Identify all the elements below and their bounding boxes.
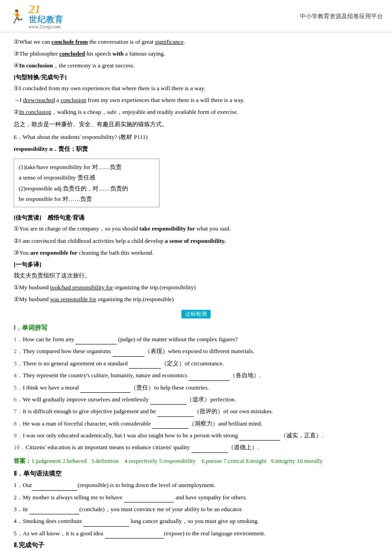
list-item: 1． How can he form any (judge) of the ma… <box>14 334 378 344</box>
gblank-3 <box>29 508 79 514</box>
word-with: with <box>113 50 124 57</box>
blank-9 <box>239 434 280 441</box>
platform-label: 中小学教育资源及组卷应用平台 <box>300 12 383 21</box>
sentence-conclude-4: ④In conclusion，the ceremony is a great s… <box>14 61 378 71</box>
main-content: ②What we can conclude from the conversat… <box>0 32 392 554</box>
bracket-title-2: [佳句赏读] 感悟句意·背诵 <box>14 214 378 222</box>
blank-10 <box>191 446 228 453</box>
list-item: 1． We the earthquake fund last year. 去年我… <box>14 551 378 554</box>
was-resp-for: was responsible for <box>50 296 96 303</box>
list-item: 9． I was not only educated academically,… <box>14 430 378 441</box>
list-item: 2． My mother is always telling me to beh… <box>14 492 378 503</box>
gblank-5 <box>105 532 164 539</box>
page-wrapper: 🏃 21 世纪教育 www.21cnjy.com 中小学教育资源及组卷应用平台 … <box>0 0 392 554</box>
grammar-list: 1． Our(responsible) is to bring down the… <box>14 480 378 539</box>
gblank-1 <box>32 484 77 491</box>
blank-4 <box>189 374 230 381</box>
box-line-2: a sense of responsibility 责任感 <box>19 172 155 183</box>
box-line-1: (1)take/have responsibility for 对……负责 <box>19 162 155 172</box>
list-item: 7． It is difficult enough to give object… <box>14 406 378 416</box>
section3-title: Ⅱ.完成句子 <box>14 541 378 549</box>
list-item: 4． Smoking does contribute lung cancer g… <box>14 516 378 526</box>
exercise-conclude-2: ②In conclusion，walking is a cheap，safe，e… <box>14 107 378 117</box>
resp-sentence-3: ③You are responsible for cleaning the ba… <box>14 248 378 258</box>
list-item: 2． They compared how these organisms （表现… <box>14 346 378 356</box>
blank-7 <box>157 410 194 417</box>
sentence-conclude-2: ②What we can conclude from the conversat… <box>14 37 378 47</box>
word-concluded: concluded <box>59 50 85 57</box>
list-item: 3． In (conclude)，you must convince me of… <box>14 504 378 514</box>
section2-title: Ⅱ．单句语法填空 <box>14 470 378 478</box>
took-had: took/had responsibility for <box>50 284 113 291</box>
take-resp-bold: take responsibility for <box>139 225 195 232</box>
are-resp-bold: are responsible for <box>30 249 77 256</box>
resp-sentence-1: ①You are in charge of the company，so you… <box>14 224 378 234</box>
list-item: 10． Citizens' education is an important … <box>14 442 378 452</box>
resp-sentence-2: ②I am convinced that childhood activitie… <box>14 236 378 246</box>
detection-section: 达标检测 <box>14 308 378 320</box>
box-line-4: be responsible for 对……负责 <box>19 194 155 204</box>
list-item: 5． I think we have a moral （责任）to help t… <box>14 382 378 393</box>
exercise-conclude-1: ①I concluded from my own experiences tha… <box>14 83 378 93</box>
sentence-conclude-3: ③The philosopher concluded his speech wi… <box>14 49 378 59</box>
exercise-conclude-cn: 总之，散步是一种廉价、安全、有趣且易实施的锻炼方式。 <box>14 119 378 129</box>
bracket-title-1: [句型转换/完成句子] <box>14 73 378 82</box>
blank-3 <box>129 362 161 369</box>
list-item: 5． As we all know，it is a good idea (exp… <box>14 528 378 539</box>
logo-area: 🏃 21 世纪教育 www.21cnjy.com <box>9 4 63 29</box>
logo-url: www.21cnjy.com <box>29 24 61 29</box>
bracket-title-3: [一句多译] <box>14 261 378 269</box>
detection-label: 达标检测 <box>181 310 211 318</box>
runner-icon: 🏃 <box>9 9 25 24</box>
answer-line: 答案：1.judgement 2.behaved 3.definition 4.… <box>14 456 378 466</box>
list-item: 8． He was a man of forceful character, w… <box>14 418 378 429</box>
responsibility-title: responsibility n．责任；职责 <box>14 144 378 154</box>
multi-cn: 我丈夫负责组织了这次旅行。 <box>14 271 378 281</box>
word-significance: significance <box>155 38 184 45</box>
spelling-list: 1． How can he form any (judge) of the ma… <box>14 334 378 453</box>
list-item: 1． Our(responsible) is to bring down the… <box>14 480 378 490</box>
logo-21: 21 <box>29 4 41 15</box>
list-item: 3． There is no general agreement on a st… <box>14 358 378 369</box>
gblank-2 <box>124 496 174 503</box>
logo-text-group: 21 世纪教育 www.21cnjy.com <box>29 4 63 29</box>
exercise-conclude-arrow: →I drew/reached a conclusion from my own… <box>14 95 378 105</box>
blank-1 <box>76 338 117 344</box>
responsibility-intro: 6．What about the students' responsibilit… <box>14 132 378 142</box>
word-conclude: conclude from <box>52 38 88 45</box>
blank-5 <box>80 386 130 393</box>
word-in-conclusion: In conclusion <box>19 62 53 69</box>
header: 🏃 21 世纪教育 www.21cnjy.com 中小学教育资源及组卷应用平台 <box>0 0 392 32</box>
sense-resp-bold: a sense of responsibility. <box>165 237 226 244</box>
section1-title: Ⅰ．单词拼写 <box>14 324 378 332</box>
multi-1: ①My husband took/had responsibility for … <box>14 282 378 292</box>
in-conclusion-2: In conclusion <box>19 108 51 115</box>
responsibility-box: (1)take/have responsibility for 对……负责 a … <box>14 159 160 208</box>
word-conclusion: conclusion <box>61 97 86 103</box>
box-line-3: (2)responsible adj.负责任的，对……负责的 <box>19 183 155 194</box>
blank-6 <box>150 398 186 405</box>
drew-reached: drew/reached <box>23 97 55 103</box>
list-item: 6． We will gradually improve ourselves a… <box>14 394 378 405</box>
complete-list: 1． We the earthquake fund last year. 去年我… <box>14 551 378 554</box>
logo-edu: 世纪教育 <box>29 15 63 24</box>
blank-8 <box>152 422 189 429</box>
blank-2 <box>113 350 144 357</box>
gblank-4 <box>83 520 129 527</box>
list-item: 4． They represent the country's culture,… <box>14 370 378 380</box>
multi-2: ②My husband was responsible for organizi… <box>14 294 378 304</box>
